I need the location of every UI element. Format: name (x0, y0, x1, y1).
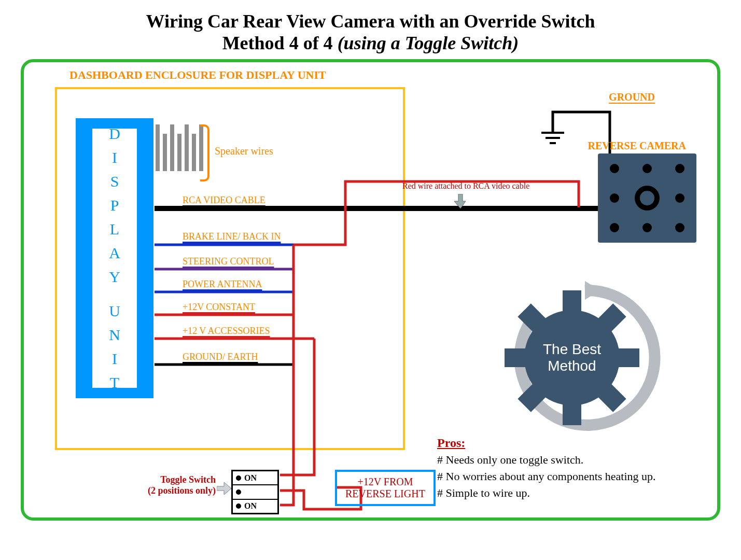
speaker-wires (156, 124, 206, 171)
title-line-1: Wiring Car Rear View Camera with an Over… (10, 10, 731, 32)
pros-section: Pros: # Needs only one toggle switch. # … (437, 436, 696, 500)
pros-title: Pros: (437, 436, 696, 450)
diagram-frame: DASHBOARD ENCLOSURE FOR DISPLAY UNIT DIS… (21, 59, 720, 521)
speaker-wire (156, 124, 160, 171)
title-line-2: Method 4 of 4 (using a Toggle Switch) (10, 32, 731, 54)
wire-brake-line-label: BRAKE LINE/ BACK IN (183, 231, 281, 242)
gear-badge: The Best Method (505, 290, 639, 425)
wire-power-antenna-label: POWER ANTENNA (183, 279, 262, 290)
reverse-light-box: +12V FROM REVERSE LIGHT (335, 470, 436, 506)
rca-video-cable-label: RCA VIDEO CABLE (183, 195, 265, 206)
reverse-camera-icon (598, 153, 696, 243)
display-letter: T (110, 374, 119, 391)
pros-item-3: # Simple to wire up. (437, 486, 696, 500)
toggle-switch-label: Toggle Switch (2 positions only) (128, 474, 216, 496)
toggle-switch-label-2: (2 positions only) (128, 485, 216, 496)
gear-badge-text: The Best Method (543, 341, 601, 374)
pros-item-1: # Needs only one toggle switch. (437, 453, 696, 467)
toggle-switch: ON ON (231, 470, 279, 514)
title-method: Method 4 of 4 (222, 33, 338, 53)
reverse-light-line2: REVERSE LIGHT (345, 488, 425, 500)
display-letter: P (110, 197, 119, 214)
display-letter: Y (109, 268, 120, 286)
wire-12v-accessories-label: +12 V ACCESSORIES (183, 326, 270, 337)
reverse-light-line1: +12V FROM (345, 476, 425, 488)
gear-text-2: Method (543, 358, 601, 374)
display-letter: A (109, 244, 120, 262)
display-letter: I (112, 350, 117, 368)
display-letter: L (110, 220, 119, 238)
speaker-wire (177, 134, 181, 171)
toggle-switch-label-1: Toggle Switch (128, 474, 216, 485)
display-unit-label: DISPLAYUNIT (92, 129, 137, 388)
display-letter: S (110, 173, 119, 190)
red-wire-note: Red wire attached to RCA video cable (402, 181, 529, 191)
speaker-wire (170, 124, 174, 171)
speaker-wires-bracket (200, 124, 209, 181)
svg-rect-12 (563, 290, 581, 311)
svg-rect-14 (619, 348, 639, 367)
svg-rect-18 (505, 348, 525, 367)
toggle-pos-2: ON (233, 500, 277, 513)
display-unit: DISPLAYUNIT (76, 118, 153, 398)
wire-ground-label: GROUND/ EARTH (183, 352, 258, 362)
dashboard-enclosure-label: DASHBOARD ENCLOSURE FOR DISPLAY UNIT (69, 68, 326, 82)
title-subtitle: (using a Toggle Switch) (338, 33, 519, 53)
display-letter: I (112, 149, 117, 166)
reverse-camera-label: REVERSE CAMERA (588, 140, 686, 152)
display-letter: N (109, 326, 120, 344)
gear-text-1: The Best (543, 341, 601, 358)
ground-label: GROUND (609, 91, 655, 103)
display-letter: U (109, 302, 120, 320)
pros-item-2: # No worries about any components heatin… (437, 470, 696, 483)
toggle-pos-1: ON (233, 471, 277, 484)
speaker-wires-label: Speaker wires (215, 145, 273, 157)
arrow-right-icon (217, 482, 231, 497)
wire-steering-control-label: STEERING CONTROL (183, 256, 274, 267)
svg-rect-16 (563, 404, 581, 425)
toggle-pos-center (233, 485, 277, 498)
wire-12v-constant-label: +12V CONSTANT (183, 302, 255, 313)
display-letter: D (109, 125, 120, 143)
speaker-wire (185, 124, 189, 171)
diagram-title: Wiring Car Rear View Camera with an Over… (10, 10, 731, 54)
arrow-down-icon (454, 194, 467, 211)
speaker-wire (163, 134, 167, 171)
speaker-wire (192, 134, 196, 171)
